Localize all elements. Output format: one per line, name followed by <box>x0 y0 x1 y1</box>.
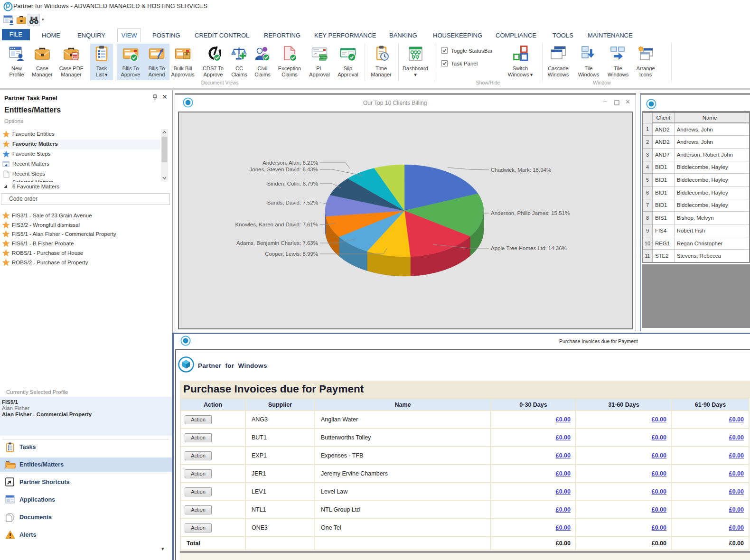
svg-text:PDF: PDF <box>72 56 78 58</box>
svg-text:Apple Tree Homes Ltd: 14.36%: Apple Tree Homes Ltd: 14.36% <box>491 245 567 251</box>
svg-text:Anderson, Alan: 6.21%: Anderson, Alan: 6.21% <box>262 160 318 166</box>
svg-text:Sinden, Colin: 6.79%: Sinden, Colin: 6.79% <box>267 181 318 187</box>
svg-text:Jones, Steven David: 6.43%: Jones, Steven David: 6.43% <box>250 167 318 172</box>
svg-text:Cooper, Lewis: 8.99%: Cooper, Lewis: 8.99% <box>265 251 318 257</box>
svg-text:Knowles, Karen and David: 7.61: Knowles, Karen and David: 7.61% <box>235 222 318 227</box>
svg-text:Chadwick, Mark: 18.94%: Chadwick, Mark: 18.94% <box>491 167 551 173</box>
svg-text:Sands, David: 7.52%: Sands, David: 7.52% <box>267 200 318 205</box>
svg-text:Adams, Benjamin Charles: 7.63%: Adams, Benjamin Charles: 7.63% <box>236 240 318 246</box>
svg-text:Anderson, Philip James: 15.51%: Anderson, Philip James: 15.51% <box>491 210 570 216</box>
